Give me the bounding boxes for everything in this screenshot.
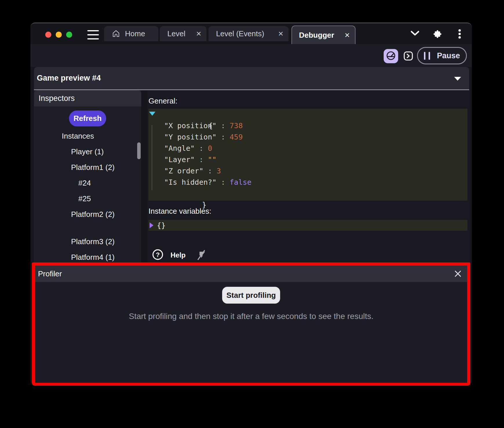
profiler-header: Profiler [35, 266, 467, 282]
instance-variables-label: Instance variables: [148, 207, 211, 216]
json-close-row: } [148, 188, 467, 199]
instance-tree-item[interactable]: #25 [34, 191, 141, 206]
instance-tree-item[interactable]: Player (1) [34, 144, 141, 159]
profiler-body: Start profiling Start profiling and then… [35, 282, 467, 321]
screenshot-stage: Home Level × Level (Events) × Debugger × [0, 0, 504, 428]
inspectors-header: Inspectors [34, 90, 141, 106]
pause-label: Pause [437, 51, 460, 60]
close-tab-icon[interactable]: × [196, 29, 201, 38]
help-button[interactable]: ? Help [152, 249, 186, 262]
json-property-row: "Angle" : 0 [148, 143, 467, 154]
minimize-window-button[interactable] [56, 32, 62, 38]
terminal-icon [403, 51, 413, 61]
inspectors-title: Inspectors [39, 94, 75, 103]
hamburger-menu-icon[interactable] [87, 30, 99, 39]
zoom-window-button[interactable] [66, 32, 72, 38]
tab-label: Debugger [299, 31, 334, 40]
close-window-button[interactable] [45, 32, 51, 38]
tab-label: Level [167, 29, 185, 38]
close-tab-icon[interactable]: × [278, 29, 283, 38]
instance-tree-item[interactable]: #24 [34, 175, 141, 191]
app-window: Home Level × Level (Events) × Debugger × [30, 23, 472, 386]
content-area: Inspectors Refresh InstancesPlayer (1)Pl… [30, 90, 472, 262]
game-preview-selector[interactable]: Game preview #4 [34, 67, 469, 90]
sidebar-scrollbar-thumb[interactable] [137, 142, 141, 159]
collapse-caret-icon[interactable] [149, 112, 155, 116]
help-circle-icon: ? [152, 249, 164, 262]
expand-caret-icon[interactable] [150, 222, 153, 228]
titlebar: Home Level × Level (Events) × Debugger × [30, 23, 472, 44]
chevron-down-icon[interactable] [410, 30, 420, 37]
follow-off-icon[interactable] [195, 249, 207, 261]
pause-icon [424, 52, 430, 60]
tree-guide-line [152, 125, 152, 190]
help-label: Help [171, 251, 186, 259]
console-button[interactable] [403, 51, 413, 61]
profiler-toggle-button[interactable] [384, 49, 398, 63]
speedometer-icon [386, 50, 396, 62]
tab-home[interactable]: Home [104, 26, 158, 41]
tab-label: Home [125, 29, 145, 38]
home-icon [112, 29, 120, 38]
instance-tree-item[interactable]: Platform2 (2) [34, 206, 141, 222]
profiler-panel: Profiler Start profiling Start profiling… [32, 262, 470, 386]
inspector-panel: General: { "X position" : 738"Y position… [147, 90, 470, 262]
instance-tree-item[interactable]: Platform4 (1) [34, 249, 141, 262]
instance-variables-value: {} [157, 221, 166, 230]
refresh-button[interactable]: Refresh [69, 110, 106, 126]
tab-debugger[interactable]: Debugger × [291, 26, 356, 44]
instance-tree-item[interactable]: Platform3 (2) [34, 234, 141, 249]
close-profiler-icon[interactable] [454, 270, 462, 278]
profiler-title: Profiler [38, 269, 62, 278]
json-property-row: "Is hidden?" : false [148, 177, 467, 188]
instance-tree-item[interactable]: Platform1 (2) [34, 159, 141, 175]
close-tab-icon[interactable]: × [345, 31, 350, 39]
game-preview-title: Game preview #4 [37, 74, 101, 83]
pause-button[interactable]: Pause [417, 47, 467, 64]
start-profiling-button[interactable]: Start profiling [222, 287, 280, 304]
kebab-menu-icon[interactable] [458, 29, 461, 39]
profiler-hint-text: Start profiling and then stop it after a… [129, 312, 374, 321]
instance-variables-row[interactable]: {} [148, 220, 467, 231]
tab-label: Level (Events) [216, 29, 264, 38]
general-json-tree: { "X position" : 738"Y position" : 459"A… [148, 109, 467, 201]
dropdown-caret-icon[interactable] [454, 77, 461, 81]
instance-tree-item[interactable]: Instances [34, 128, 141, 144]
json-property-row: "Z order" : 3 [148, 165, 467, 177]
help-row: ? Help [147, 248, 207, 262]
json-root-row: { [148, 109, 467, 120]
tab-level[interactable]: Level × [160, 26, 206, 41]
inspectors-sidebar: Inspectors Refresh InstancesPlayer (1)Pl… [34, 90, 141, 262]
instances-list: InstancesPlayer (1)Platform1 (2)#24#25Pl… [34, 128, 141, 262]
svg-text:?: ? [156, 251, 159, 258]
debugger-toolbar: Pause [30, 44, 472, 67]
puzzle-extensions-icon[interactable] [433, 29, 442, 38]
tab-level-events[interactable]: Level (Events) × [209, 26, 289, 41]
json-property-row: "Layer" : "" [148, 154, 467, 165]
general-section-label: General: [148, 97, 177, 106]
